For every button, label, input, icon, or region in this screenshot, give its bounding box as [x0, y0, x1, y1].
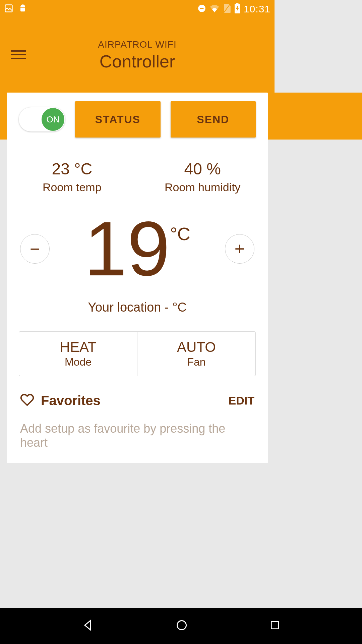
- svg-rect-2: [200, 8, 204, 9]
- room-temp-label: Room temp: [7, 181, 137, 194]
- plus-icon: +: [235, 240, 245, 258]
- mode-value: HEAT: [19, 339, 137, 355]
- main-card: ON STATUS SEND 23 °C Room temp 40 % Room…: [7, 93, 268, 463]
- svg-rect-5: [236, 3, 238, 4]
- setpoint-value: 19: [84, 214, 170, 283]
- room-humidity-value: 40 %: [137, 160, 268, 178]
- clock-text: 10:31: [244, 3, 270, 15]
- power-toggle[interactable]: ON: [19, 107, 65, 131]
- room-temp-value: 23 °C: [7, 160, 137, 178]
- fan-value: AUTO: [137, 339, 255, 355]
- location-text: Your location - °C: [7, 300, 268, 315]
- status-button[interactable]: STATUS: [75, 101, 161, 138]
- image-icon: [4, 4, 13, 14]
- sim-icon: [223, 4, 231, 14]
- edit-button[interactable]: EDIT: [229, 394, 254, 407]
- decrease-temp-button[interactable]: −: [20, 234, 50, 264]
- room-humidity-stat: 40 % Room humidity: [137, 160, 268, 194]
- increase-temp-button[interactable]: +: [225, 234, 254, 264]
- favorites-title: Favorites: [41, 393, 101, 408]
- send-button[interactable]: SEND: [171, 101, 256, 138]
- setpoint-unit: °C: [170, 223, 190, 244]
- header-title: Controller: [100, 51, 175, 71]
- fan-label: Fan: [137, 356, 255, 368]
- app-header: AIRPATROL WIFI Controller: [0, 18, 275, 93]
- minus-icon: −: [30, 240, 40, 258]
- android-icon: [18, 4, 27, 14]
- fan-selector[interactable]: AUTO Fan: [137, 332, 255, 376]
- status-bar: 10:31: [0, 0, 275, 18]
- battery-icon: [234, 3, 240, 15]
- heart-icon[interactable]: [20, 393, 34, 408]
- menu-button[interactable]: [11, 50, 26, 59]
- favorites-hint: Add setup as favourite by pressing the h…: [7, 408, 268, 450]
- room-humidity-label: Room humidity: [137, 181, 268, 194]
- wifi-icon: [209, 4, 220, 14]
- mode-selector[interactable]: HEAT Mode: [19, 332, 137, 376]
- mode-label: Mode: [19, 356, 137, 368]
- room-temp-stat: 23 °C Room temp: [7, 160, 137, 194]
- header-subtitle: AIRPATROL WIFI: [98, 39, 176, 50]
- dnd-icon: [197, 4, 206, 14]
- toggle-on-label: ON: [42, 108, 64, 131]
- setpoint-display: 19 °C: [84, 214, 190, 283]
